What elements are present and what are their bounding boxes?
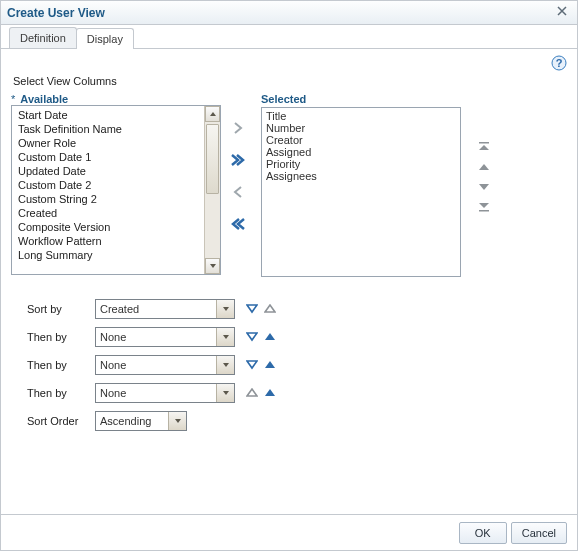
scroll-thumb[interactable] [206, 124, 219, 194]
selected-listbox[interactable]: Title Number Creator Assigned Priority A… [261, 107, 461, 277]
tab-content: ? Select View Columns * Available Start … [1, 49, 577, 514]
list-item[interactable]: Assigned [266, 146, 456, 158]
sort-order-row: Sort Order Ascending [11, 411, 567, 431]
ok-button-label: OK [475, 527, 491, 539]
sort-desc-button[interactable] [245, 331, 259, 343]
sort-desc-button[interactable] [245, 359, 259, 371]
move-down-button[interactable] [476, 181, 492, 193]
chevron-down-icon [216, 384, 234, 402]
svg-rect-2 [479, 142, 489, 144]
sort-row-2: Then by None [11, 327, 567, 347]
list-item[interactable]: Created [14, 206, 202, 220]
close-icon[interactable] [557, 6, 571, 20]
then-by-select-1[interactable]: None [95, 327, 235, 347]
scroll-up-button[interactable] [205, 106, 220, 122]
move-up-button[interactable] [476, 161, 492, 173]
move-left-button[interactable] [229, 183, 247, 201]
sort-by-select[interactable]: Created [95, 299, 235, 319]
tab-display[interactable]: Display [76, 28, 134, 49]
scrollbar[interactable] [204, 106, 220, 274]
sort-desc-button[interactable] [245, 303, 259, 315]
then-by-label-2: Then by [11, 359, 95, 371]
cancel-button[interactable]: Cancel [511, 522, 567, 544]
ok-button[interactable]: OK [459, 522, 507, 544]
sort-row-1: Sort by Created [11, 299, 567, 319]
svg-rect-3 [479, 210, 489, 212]
chevron-down-icon [168, 412, 186, 430]
move-right-button[interactable] [229, 119, 247, 137]
list-item[interactable]: Custom Date 1 [14, 150, 202, 164]
sort-by-label: Sort by [11, 303, 95, 315]
move-all-left-button[interactable] [229, 215, 247, 233]
available-listbox[interactable]: Start Date Task Definition Name Owner Ro… [11, 105, 221, 275]
tab-definition-label: Definition [20, 32, 66, 44]
list-item[interactable]: Start Date [14, 108, 202, 122]
then-by-select-3[interactable]: None [95, 383, 235, 403]
move-all-right-button[interactable] [229, 151, 247, 169]
sort-direction-2 [245, 331, 277, 343]
tab-bar: Definition Display [1, 25, 577, 49]
sort-area: Sort by Created Then by None [11, 299, 567, 431]
move-top-button[interactable] [476, 141, 492, 153]
sort-asc-outline-button[interactable] [245, 387, 259, 399]
list-item[interactable]: Long Summary [14, 248, 202, 262]
chevron-down-icon [216, 356, 234, 374]
tab-display-label: Display [87, 33, 123, 45]
sort-direction-1 [245, 303, 277, 315]
reorder-buttons [471, 141, 497, 213]
list-item[interactable]: Task Definition Name [14, 122, 202, 136]
sort-asc-button[interactable] [263, 331, 277, 343]
help-icon[interactable]: ? [551, 55, 567, 71]
then-by-select-2[interactable]: None [95, 355, 235, 375]
tab-definition[interactable]: Definition [9, 27, 77, 48]
sort-order-select[interactable]: Ascending [95, 411, 187, 431]
sort-asc-button[interactable] [263, 303, 277, 315]
create-user-view-dialog: Create User View Definition Display ? Se… [0, 0, 578, 551]
list-item[interactable]: Custom Date 2 [14, 178, 202, 192]
list-item[interactable]: Composite Version [14, 220, 202, 234]
dialog-footer: OK Cancel [1, 514, 577, 550]
list-item[interactable]: Title [266, 110, 456, 122]
sort-direction-3 [245, 359, 277, 371]
sort-asc-button[interactable] [263, 387, 277, 399]
titlebar: Create User View [1, 1, 577, 25]
required-indicator: * [11, 93, 15, 105]
list-item[interactable]: Workflow Pattern [14, 234, 202, 248]
list-item[interactable]: Updated Date [14, 164, 202, 178]
then-by-label-1: Then by [11, 331, 95, 343]
selected-header: Selected [261, 93, 461, 105]
dialog-title: Create User View [7, 6, 557, 20]
available-items: Start Date Task Definition Name Owner Ro… [12, 106, 204, 274]
chevron-down-icon [216, 300, 234, 318]
chevron-down-icon [216, 328, 234, 346]
available-header-row: * Available [11, 93, 221, 105]
columns-area: * Available Start Date Task Definition N… [11, 93, 567, 277]
cancel-button-label: Cancel [522, 527, 556, 539]
list-item[interactable]: Custom String 2 [14, 192, 202, 206]
then-by-label-3: Then by [11, 387, 95, 399]
list-item[interactable]: Owner Role [14, 136, 202, 150]
svg-text:?: ? [556, 57, 563, 69]
move-buttons [225, 119, 251, 233]
available-header: Available [20, 93, 68, 105]
select-view-columns-label: Select View Columns [13, 75, 567, 87]
selected-column: Selected Title Number Creator Assigned P… [261, 93, 461, 277]
then-by-value-1: None [100, 331, 126, 343]
sort-order-label: Sort Order [11, 415, 95, 427]
sort-direction-4 [245, 387, 277, 399]
scroll-down-button[interactable] [205, 258, 220, 274]
then-by-value-3: None [100, 387, 126, 399]
list-item[interactable]: Creator [266, 134, 456, 146]
sort-row-4: Then by None [11, 383, 567, 403]
list-item[interactable]: Assignees [266, 170, 456, 182]
then-by-value-2: None [100, 359, 126, 371]
list-item[interactable]: Number [266, 122, 456, 134]
sort-order-value: Ascending [100, 415, 151, 427]
sort-by-value: Created [100, 303, 139, 315]
list-item[interactable]: Priority [266, 158, 456, 170]
move-bottom-button[interactable] [476, 201, 492, 213]
sort-asc-button[interactable] [263, 359, 277, 371]
available-column: * Available Start Date Task Definition N… [11, 93, 221, 275]
sort-row-3: Then by None [11, 355, 567, 375]
